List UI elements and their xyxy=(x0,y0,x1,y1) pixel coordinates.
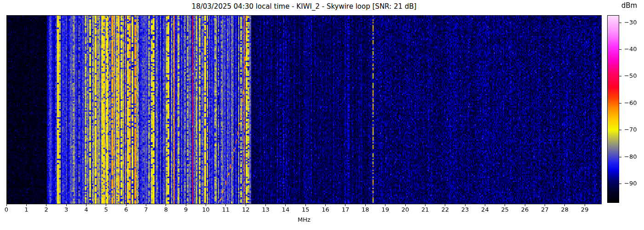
x-axis-tick-label: 22 xyxy=(437,207,453,213)
x-axis-tick-label: 20 xyxy=(397,207,413,213)
x-axis-tick-label: 1 xyxy=(18,207,34,213)
x-axis-tick-label: 15 xyxy=(298,207,313,213)
x-axis-tick-label: 29 xyxy=(577,207,592,213)
x-axis-tick-label: 5 xyxy=(98,207,114,213)
x-axis-tick-label: 8 xyxy=(158,207,174,213)
colorbar-tick-label: −60 xyxy=(624,99,637,106)
colorbar-gradient-canvas xyxy=(608,16,619,202)
colorbar-tick xyxy=(619,130,621,130)
x-axis-tick-label: 21 xyxy=(417,207,433,213)
x-axis-tick-label: 19 xyxy=(378,207,393,213)
x-axis-tick-label: 12 xyxy=(238,207,253,213)
x-axis-tick-label: 4 xyxy=(78,207,94,213)
x-axis-tick-label: 9 xyxy=(178,207,194,213)
colorbar-tick xyxy=(619,184,621,184)
x-axis-tick-label: 6 xyxy=(118,207,134,213)
x-axis-tick-label: 3 xyxy=(58,207,74,213)
x-axis-tick-label: 25 xyxy=(497,207,513,213)
x-axis-tick-label: 13 xyxy=(258,207,274,213)
colorbar-tick-label: −40 xyxy=(624,46,637,52)
x-axis-tick-label: 0 xyxy=(0,207,14,213)
x-axis-tick-label: 17 xyxy=(338,207,353,213)
colorbar-tick-label: −30 xyxy=(624,19,637,26)
x-axis-tick-label: 11 xyxy=(218,207,234,213)
x-axis-tick-label: 18 xyxy=(357,207,373,213)
colorbar-tick-label: −50 xyxy=(624,72,637,79)
colorbar-tick-label: −80 xyxy=(624,153,637,160)
colorbar-tick xyxy=(619,76,621,76)
colorbar-tick-label: −90 xyxy=(624,180,637,187)
x-axis-tick-label: 10 xyxy=(198,207,214,213)
x-axis-tick-label: 16 xyxy=(318,207,334,213)
colorbar xyxy=(607,15,619,203)
x-axis-label: MHz xyxy=(6,216,602,223)
colorbar-tick xyxy=(619,49,621,50)
spectrogram-figure: 18/03/2025 04:30 local time - KIWI_2 - S… xyxy=(0,0,644,230)
chart-title: 18/03/2025 04:30 local time - KIWI_2 - S… xyxy=(6,2,602,11)
colorbar-tick xyxy=(619,23,621,23)
x-axis-tick-label: 23 xyxy=(457,207,473,213)
x-axis-tick-label: 14 xyxy=(278,207,293,213)
colorbar-label: dBm xyxy=(617,1,641,10)
colorbar-tick xyxy=(619,103,621,104)
colorbar-tick-label: −70 xyxy=(624,126,637,133)
spectrogram-canvas xyxy=(6,15,602,204)
x-axis-tick-label: 7 xyxy=(138,207,154,213)
x-axis-tick-label: 2 xyxy=(39,207,54,213)
x-axis-tick-label: 28 xyxy=(557,207,573,213)
x-axis-tick-label: 27 xyxy=(537,207,552,213)
x-axis-tick-label: 24 xyxy=(477,207,493,213)
colorbar-tick xyxy=(619,157,621,157)
x-axis-tick-label: 26 xyxy=(517,207,533,213)
